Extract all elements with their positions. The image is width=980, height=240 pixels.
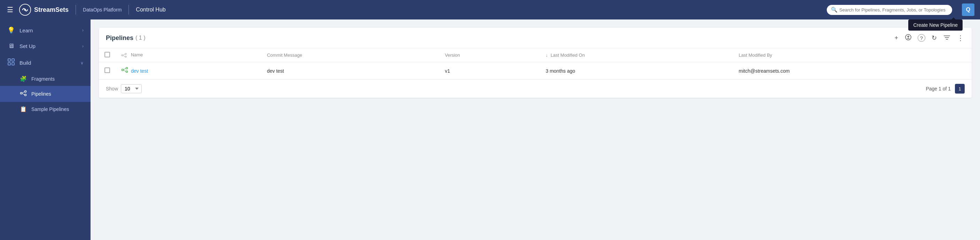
header-checkbox-col	[99, 48, 116, 62]
setup-icon: 🖥	[7, 43, 15, 50]
more-options-button[interactable]: ⋮	[956, 34, 965, 42]
learn-icon: 💡	[7, 27, 15, 34]
header-commit: Commit Message	[261, 48, 439, 62]
chevron-down-icon: ∨	[80, 60, 84, 65]
main-layout: 💡 Learn › 🖥 Set Up › Build ∨ 🧩	[0, 19, 980, 240]
sidebar-item-learn[interactable]: 💡 Learn ›	[0, 22, 91, 38]
show-select[interactable]: 10 25 50 100	[121, 84, 142, 93]
filter-button[interactable]	[943, 34, 951, 43]
nav-divider	[76, 5, 76, 14]
sidebar-sub-item-label: Pipelines	[31, 91, 51, 97]
sample-pipelines-icon: 📋	[19, 106, 27, 112]
header-name: Name	[116, 48, 261, 62]
svg-point-18	[125, 56, 126, 57]
upload-pipeline-button[interactable]	[904, 33, 912, 43]
logo-text: StreamSets	[34, 6, 68, 14]
svg-point-17	[125, 53, 126, 55]
header-modified-on[interactable]: ↓ Last Modified On	[540, 48, 733, 62]
row-version-cell: v1	[439, 62, 540, 80]
svg-line-24	[124, 68, 126, 69]
sidebar-item-fragments[interactable]: 🧩 Fragments	[0, 72, 91, 86]
create-pipeline-tooltip: Create New Pipeline	[908, 19, 963, 31]
pipeline-name-link[interactable]: dev test	[131, 68, 148, 74]
header-version: Version	[439, 48, 540, 62]
svg-point-8	[25, 94, 27, 96]
svg-rect-2	[8, 59, 10, 61]
svg-point-1	[24, 9, 26, 10]
svg-point-23	[126, 71, 128, 73]
user-avatar-button[interactable]: Q	[962, 3, 974, 16]
hamburger-menu[interactable]: ☰	[6, 4, 14, 15]
pipelines-panel: Pipelines ( 1 ) + ? ↻ ⋮	[99, 28, 972, 98]
nav-right: Q	[962, 3, 974, 16]
svg-rect-5	[12, 63, 14, 65]
svg-point-22	[126, 68, 128, 69]
search-input[interactable]	[827, 5, 952, 15]
logo: StreamSets	[19, 3, 68, 16]
header-modified-by: Last Modified By	[733, 48, 972, 62]
row-checkbox-cell	[99, 62, 116, 80]
nav-divider-2	[129, 5, 129, 14]
chevron-right-icon: ›	[82, 28, 84, 33]
panel-count: ( 1 )	[135, 35, 145, 41]
row-name-cell: dev test	[116, 62, 261, 80]
logo-icon	[19, 3, 31, 16]
help-button[interactable]: ?	[918, 34, 925, 42]
pipeline-icon-header	[121, 52, 128, 57]
app-label: Control Hub	[136, 6, 165, 13]
svg-line-10	[22, 93, 25, 95]
sidebar-sub-item-label: Fragments	[31, 76, 55, 82]
search-icon: 🔍	[831, 6, 838, 13]
svg-line-25	[124, 70, 126, 71]
top-nav: ☰ StreamSets DataOps Platform Control Hu…	[0, 0, 980, 19]
search-bar: 🔍	[827, 5, 952, 15]
page-info: Page 1 of 1	[926, 86, 951, 92]
select-all-checkbox[interactable]	[105, 52, 110, 57]
show-label: Show	[106, 86, 118, 92]
pagination: Page 1 of 1 1	[926, 84, 965, 93]
product-label: DataOps Platform	[83, 7, 121, 13]
svg-point-21	[122, 69, 124, 71]
svg-point-7	[25, 91, 27, 93]
svg-rect-3	[12, 59, 14, 61]
svg-line-9	[22, 92, 25, 93]
pipeline-row-icon	[121, 66, 128, 75]
refresh-button[interactable]: ↻	[931, 33, 937, 43]
page-1-button[interactable]: 1	[955, 84, 965, 93]
row-modified-by-cell: mitch@streamsets.com	[733, 62, 972, 80]
svg-line-20	[123, 56, 125, 56]
sidebar-item-build[interactable]: Build ∨	[0, 54, 91, 72]
sidebar-item-label: Set Up	[19, 43, 78, 49]
pipelines-table: Name Commit Message Version ↓ Last Modif…	[99, 48, 972, 79]
table-header: Name Commit Message Version ↓ Last Modif…	[99, 48, 972, 62]
sidebar-item-label: Build	[19, 60, 76, 66]
row-commit-cell: dev test	[261, 62, 439, 80]
sidebar-item-pipelines[interactable]: Pipelines	[0, 86, 91, 102]
pipelines-icon	[19, 90, 27, 98]
build-icon	[7, 58, 15, 68]
sidebar-item-sample-pipelines[interactable]: 📋 Sample Pipelines	[0, 102, 91, 116]
sort-down-icon: ↓	[546, 52, 548, 58]
sidebar-item-label: Learn	[19, 27, 78, 33]
row-modified-on-cell: 3 months ago	[540, 62, 733, 80]
svg-point-6	[21, 93, 22, 94]
content-area: Pipelines ( 1 ) + ? ↻ ⋮	[91, 19, 980, 240]
svg-rect-4	[8, 63, 10, 65]
chevron-right-icon: ›	[82, 44, 84, 49]
sidebar: 💡 Learn › 🖥 Set Up › Build ∨ 🧩	[0, 19, 91, 240]
add-pipeline-button[interactable]: +	[894, 34, 899, 43]
row-checkbox[interactable]	[105, 68, 110, 73]
panel-header: Pipelines ( 1 ) + ? ↻ ⋮	[99, 28, 972, 48]
svg-point-16	[121, 55, 123, 56]
table-body: dev test dev test v1 3 months ago mitch@…	[99, 62, 972, 80]
panel-title: Pipelines	[106, 35, 134, 42]
table-row: dev test dev test v1 3 months ago mitch@…	[99, 62, 972, 80]
panel-footer: Show 10 25 50 100 Page 1 of 1 1	[99, 79, 972, 98]
svg-line-19	[123, 54, 125, 55]
fragments-icon: 🧩	[19, 76, 27, 82]
panel-actions: + ? ↻ ⋮	[894, 33, 965, 43]
sidebar-sub-item-label: Sample Pipelines	[31, 106, 69, 112]
sidebar-item-setup[interactable]: 🖥 Set Up ›	[0, 38, 91, 54]
